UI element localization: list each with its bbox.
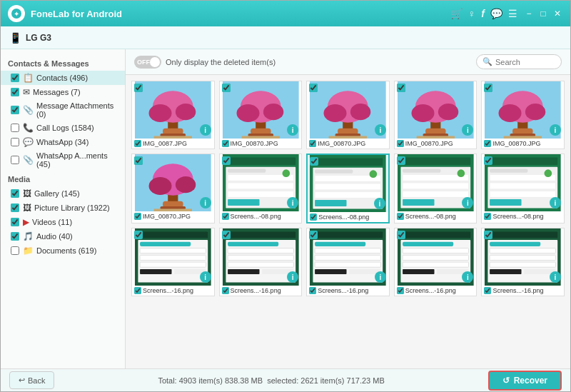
photo-thumbnail: i	[395, 154, 477, 211]
whatsapp-checkbox[interactable]	[11, 138, 19, 146]
photo-label-checkbox[interactable]	[222, 213, 229, 220]
photo-select-checkbox[interactable]	[310, 157, 318, 168]
photo-select-checkbox[interactable]	[309, 84, 318, 94]
sidebar-item-audio[interactable]: 🎵 Audio (40)	[1, 229, 125, 243]
deleted-toggle[interactable]: OFF Only display the deleted item(s)	[134, 56, 276, 69]
maximize-button[interactable]: □	[537, 8, 549, 19]
sidebar-item-messages[interactable]: ✉ Messages (7)	[1, 85, 125, 99]
photo-label-checkbox[interactable]	[397, 140, 404, 147]
photo-info-button[interactable]: i	[200, 197, 211, 208]
photo-label-checkbox[interactable]	[309, 140, 316, 147]
cart-icon[interactable]: 🛒	[450, 8, 463, 19]
photo-info-button[interactable]: i	[550, 124, 561, 136]
audio-checkbox[interactable]	[11, 232, 19, 241]
photo-label-checkbox[interactable]	[309, 287, 316, 294]
photo-label-checkbox[interactable]	[134, 287, 141, 294]
search-input[interactable]	[495, 58, 560, 66]
photo-select-checkbox[interactable]	[484, 84, 492, 94]
photo-label-checkbox[interactable]	[484, 140, 491, 147]
whatsapp-attach-checkbox[interactable]	[11, 156, 19, 164]
gallery-checkbox[interactable]	[11, 189, 19, 198]
picture-library-checkbox[interactable]	[11, 203, 19, 212]
sidebar-item-contacts[interactable]: 📋 Contacts (496)	[1, 71, 125, 85]
photo-info-button[interactable]: i	[374, 198, 385, 209]
facebook-icon[interactable]: f	[481, 8, 485, 19]
photo-item[interactable]: i Screens...-16.png	[394, 228, 477, 296]
photo-item[interactable]: i IMG_00870.JPG	[306, 81, 390, 149]
photo-item[interactable]: i Screens...-08.png	[306, 154, 390, 223]
photo-select-checkbox[interactable]	[134, 156, 143, 167]
photo-label-checkbox[interactable]	[484, 287, 491, 294]
photo-item[interactable]: i Screens...-08.png	[481, 154, 565, 223]
minimize-button[interactable]: −	[523, 8, 535, 19]
photo-label-checkbox[interactable]	[310, 213, 317, 221]
photo-label-checkbox[interactable]	[397, 287, 404, 294]
photo-label-checkbox[interactable]	[134, 140, 141, 147]
sidebar-item-picture-library[interactable]: 🖼 Picture Library (1922)	[1, 201, 125, 215]
photo-item[interactable]: i IMG_0087.JPG	[131, 81, 215, 149]
photo-info-button[interactable]: i	[200, 124, 211, 136]
photo-select-checkbox[interactable]	[484, 156, 492, 167]
photo-select-checkbox[interactable]	[397, 84, 405, 94]
photo-info-button[interactable]: i	[550, 271, 561, 283]
menu-icon[interactable]: ☰	[508, 8, 517, 19]
videos-checkbox[interactable]	[11, 218, 19, 226]
msg-attach-checkbox[interactable]	[11, 106, 19, 114]
photo-select-checkbox[interactable]	[397, 231, 405, 241]
photo-info-button[interactable]: i	[375, 124, 386, 136]
sidebar-item-videos[interactable]: ▶ Videos (11)	[1, 215, 125, 229]
photo-item[interactable]: i Screens...-16.png	[306, 228, 390, 296]
search-box[interactable]: 🔍	[476, 54, 562, 69]
sidebar-item-message-attachments[interactable]: 📎 Message Attachments (0)	[1, 99, 125, 121]
sidebar-item-whatsapp[interactable]: 💬 WhatsApp (34)	[1, 135, 125, 149]
photo-label-checkbox[interactable]	[397, 213, 404, 220]
photo-select-checkbox[interactable]	[309, 231, 318, 241]
messages-checkbox[interactable]	[11, 88, 19, 96]
svg-rect-104	[228, 255, 293, 260]
sidebar-item-whatsapp-attachments[interactable]: 📎 WhatsApp A...ments (45)	[1, 149, 125, 171]
sidebar-item-call-logs[interactable]: 📞 Call Logs (1584)	[1, 121, 125, 135]
photo-select-checkbox[interactable]	[134, 84, 143, 94]
photo-info-button[interactable]: i	[200, 271, 211, 283]
photo-item[interactable]: i Screens...-16.png	[131, 228, 215, 296]
svg-point-38	[525, 104, 545, 120]
photo-item[interactable]: i IMG_00870.JPG	[131, 154, 215, 223]
recover-button[interactable]: ↺ Recover	[488, 371, 562, 391]
photo-label: IMG_00870.JPG	[395, 139, 477, 149]
photo-label-checkbox[interactable]	[222, 287, 229, 294]
sidebar-item-documents[interactable]: 📁 Documents (619)	[1, 243, 125, 258]
whatsapp-attach-label: WhatsApp A...ments (45)	[36, 151, 118, 169]
svg-rect-87	[490, 191, 555, 198]
photo-select-checkbox[interactable]	[222, 84, 231, 94]
photo-item[interactable]: i Screens...-16.png	[481, 228, 565, 296]
photo-item[interactable]: i Screens...-08.png	[219, 154, 303, 223]
photo-label-checkbox[interactable]	[222, 140, 229, 147]
photo-filename: Screens...-08.png	[231, 213, 281, 220]
photo-select-checkbox[interactable]	[484, 231, 492, 241]
photo-select-checkbox[interactable]	[222, 231, 231, 241]
photo-item[interactable]: i IMG_00870.JPG	[481, 81, 565, 149]
photo-item[interactable]: i Screens...-08.png	[394, 154, 477, 223]
photo-item[interactable]: i IMG_00870.JPG	[394, 81, 477, 149]
photo-select-checkbox[interactable]	[134, 231, 143, 241]
svg-rect-57	[228, 191, 293, 198]
photo-label-checkbox[interactable]	[484, 213, 491, 220]
photo-item[interactable]: i IMG_00870.JPG	[219, 81, 303, 149]
svg-rect-130	[490, 248, 555, 253]
photo-info-button[interactable]: i	[375, 271, 386, 283]
photo-info-button[interactable]: i	[550, 197, 561, 208]
photo-label-checkbox[interactable]	[134, 213, 141, 220]
photo-select-checkbox[interactable]	[397, 156, 405, 167]
photo-item[interactable]: i Screens...-16.png	[219, 228, 303, 296]
chat-icon[interactable]: 💬	[490, 8, 502, 19]
close-button[interactable]: ✕	[552, 8, 563, 19]
calllogs-checkbox[interactable]	[11, 124, 19, 132]
profile-icon[interactable]: ♀	[468, 8, 476, 19]
documents-checkbox[interactable]	[11, 246, 19, 255]
toggle-track[interactable]: OFF	[134, 56, 161, 69]
sidebar-item-gallery[interactable]: 🖼 Gallery (145)	[1, 186, 125, 201]
photo-select-checkbox[interactable]	[222, 156, 231, 167]
back-button[interactable]: ↩ Back	[9, 371, 54, 389]
contacts-checkbox[interactable]	[11, 74, 19, 82]
svg-rect-84	[490, 169, 527, 172]
